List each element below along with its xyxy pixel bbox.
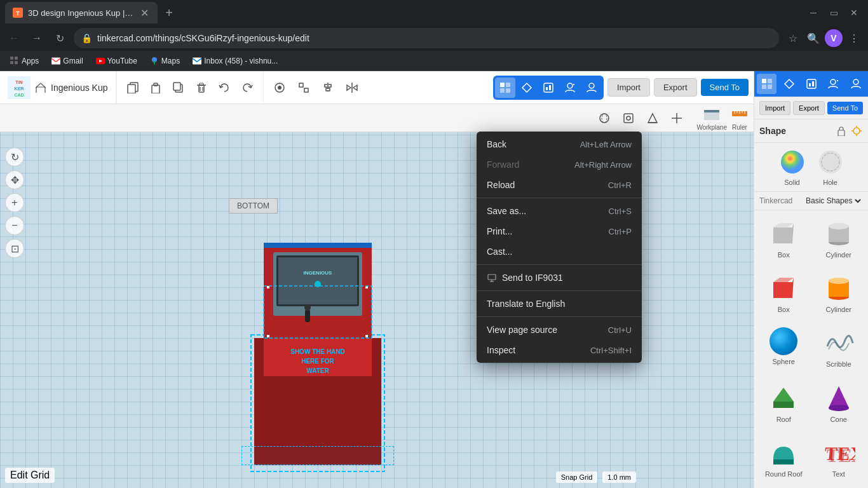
user-avatar[interactable]: V <box>825 29 843 47</box>
ctx-view-source[interactable]: View page source Ctrl+U <box>477 320 642 340</box>
paste-button[interactable] <box>145 77 166 98</box>
transform-button[interactable] <box>517 78 537 98</box>
svg-marker-121 <box>773 402 794 408</box>
tinkercad-header: TIN KER CAD Ingenious Kup <box>0 71 754 104</box>
ctx-source-label: View page source <box>487 325 608 335</box>
tab-close-button[interactable]: ✕ <box>139 7 150 18</box>
shape-tool-1[interactable] <box>593 107 615 129</box>
svg-rect-124 <box>773 459 794 464</box>
shape-item-box-red[interactable]: Box <box>757 268 811 321</box>
svg-point-98 <box>853 79 858 85</box>
shape-item-text[interactable]: TEXT TEXT Text <box>812 432 866 485</box>
bookmark-gmail[interactable]: Gmail <box>46 54 88 68</box>
hole-type-button[interactable]: Hole <box>817 148 844 186</box>
lock-icon <box>837 126 846 136</box>
panel-import-button[interactable]: Import <box>759 101 790 115</box>
ungroup-button[interactable] <box>293 77 315 98</box>
pan-button[interactable]: ✥ <box>5 170 24 189</box>
rp-transform-icon[interactable] <box>779 74 799 94</box>
ctx-print[interactable]: Print... Ctrl+P <box>477 221 642 241</box>
bookmarks-star-button[interactable]: ☆ <box>784 29 802 47</box>
url-bar[interactable]: 🔒 tinkercad.com/things/cSKGu6iRzyf-ingen… <box>74 28 779 48</box>
user-profile-button[interactable] <box>581 78 602 98</box>
solid-type-button[interactable]: Solid <box>778 148 806 186</box>
rp-grid-icon[interactable] <box>757 74 776 94</box>
rp-user-icon[interactable] <box>846 74 865 94</box>
shape-item-cylinder-gray[interactable]: Cylinder <box>812 213 866 266</box>
user-manage-button[interactable] <box>560 78 580 98</box>
shape-item-round-roof[interactable]: Round Roof <box>757 432 811 485</box>
simulation-button[interactable] <box>538 78 559 98</box>
shape-item-cone[interactable]: Cone <box>812 377 866 431</box>
align-button[interactable] <box>317 77 339 98</box>
mirror-button[interactable] <box>341 77 363 98</box>
svg-rect-5 <box>15 61 18 64</box>
lock-shape-button[interactable] <box>835 125 848 137</box>
send-to-button[interactable]: Send To <box>701 79 749 96</box>
ruler-button[interactable]: Ruler <box>731 105 749 131</box>
delete-button[interactable] <box>191 77 212 98</box>
light-button[interactable] <box>850 125 863 137</box>
ctx-inspect[interactable]: Inspect Ctrl+Shift+I <box>477 340 642 360</box>
ctx-back[interactable]: Back Alt+Left Arrow <box>477 134 642 154</box>
shape-tool-3[interactable] <box>642 107 663 129</box>
ctx-translate[interactable]: Translate to English <box>477 294 642 314</box>
ctx-send-label: Send to IF9031 <box>502 273 632 283</box>
bookmark-apps[interactable]: Apps <box>5 54 44 68</box>
close-window-button[interactable]: ✕ <box>845 4 863 22</box>
shape-roof-label: Roof <box>776 416 791 423</box>
svg-rect-68 <box>264 243 372 248</box>
ctx-reload[interactable]: Reload Ctrl+R <box>477 175 642 195</box>
svg-point-113 <box>829 223 849 229</box>
svg-rect-94 <box>812 81 814 86</box>
shape-tool-2[interactable] <box>618 107 639 129</box>
shape-item-scribble[interactable]: Scribble <box>812 322 866 376</box>
shape-item-roof[interactable]: Roof <box>757 377 811 431</box>
new-tab-button[interactable]: + <box>160 4 178 22</box>
grid-view-button[interactable] <box>495 78 515 98</box>
ctx-save-as[interactable]: Save as... Ctrl+S <box>477 201 642 221</box>
menu-button[interactable]: ⋮ <box>845 29 863 47</box>
rp-sim-icon-svg <box>806 78 817 90</box>
duplicate-button[interactable] <box>168 77 189 98</box>
ctx-cast[interactable]: Cast... <box>477 241 642 262</box>
shape-tool-4[interactable] <box>666 107 688 129</box>
maximize-button[interactable]: ▭ <box>825 4 843 22</box>
import-button[interactable]: Import <box>607 78 650 97</box>
forward-button[interactable]: → <box>28 29 46 47</box>
bookmark-inbox[interactable]: Inbox (458) - vishnu... <box>187 54 283 68</box>
active-tab[interactable]: T 3D design Ingenious Kup | Tinker... ✕ <box>5 2 158 24</box>
panel-export-button[interactable]: Export <box>793 101 825 115</box>
rp-user-add-icon[interactable] <box>824 74 843 94</box>
group-button[interactable] <box>269 77 290 98</box>
canvas-area[interactable]: TIN KER CAD Ingenious Kup <box>0 71 754 488</box>
zoom-in-button[interactable]: + <box>5 193 24 212</box>
tinkercad-lib-label: Tinkercad <box>759 196 792 205</box>
copy-button[interactable] <box>122 77 144 98</box>
reload-button[interactable]: ↻ <box>51 29 69 47</box>
workplane-button[interactable]: Workplane <box>696 105 727 131</box>
selection-bottom <box>241 446 394 465</box>
minimize-button[interactable]: ─ <box>804 4 822 22</box>
shape-item-cylinder-orange[interactable]: Cylinder <box>812 268 866 321</box>
bookmark-maps[interactable]: Maps <box>145 54 185 68</box>
lock-icon: 🔒 <box>81 33 92 43</box>
fit-button[interactable]: ⊡ <box>5 239 24 258</box>
shape-item-box-gray[interactable]: Box <box>757 213 811 266</box>
export-button[interactable]: Export <box>654 78 697 97</box>
edit-grid-button[interactable]: Edit Grid <box>5 468 55 483</box>
ctx-forward-shortcut: Alt+Right Arrow <box>574 160 632 170</box>
bookmark-youtube[interactable]: YouTube <box>91 54 142 68</box>
shape-item-sphere[interactable]: Sphere <box>757 322 811 376</box>
ctx-forward[interactable]: Forward Alt+Right Arrow <box>477 154 642 175</box>
undo-button[interactable] <box>214 77 235 98</box>
back-button[interactable]: ← <box>5 29 23 47</box>
zoom-out-button[interactable]: − <box>5 216 24 235</box>
search-button[interactable]: 🔍 <box>804 29 822 47</box>
rotate-button[interactable]: ↻ <box>5 147 24 166</box>
ctx-send-to[interactable]: Send to IF9031 <box>477 268 642 288</box>
redo-button[interactable] <box>236 77 258 98</box>
rp-sim-icon[interactable] <box>801 74 821 94</box>
panel-send-to-button[interactable]: Send To <box>827 102 863 114</box>
shape-library-dropdown[interactable]: Basic Shapes <box>803 196 863 206</box>
